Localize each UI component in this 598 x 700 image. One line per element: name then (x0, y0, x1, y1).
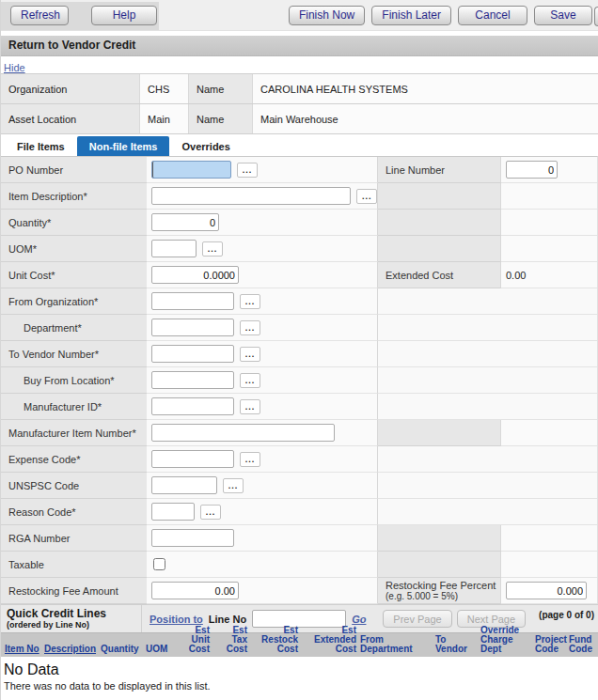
reason-code-lookup-icon[interactable]: ... (200, 505, 221, 520)
restocking-fee-amount-label: Restocking Fee Amount (1, 578, 147, 604)
po-number-input[interactable] (151, 161, 231, 179)
buy-from-location-input[interactable] (151, 371, 234, 389)
item-description-lookup-icon[interactable]: ... (356, 189, 377, 204)
reason-code-input[interactable] (151, 503, 195, 521)
finish-now-button[interactable]: Finish Now (289, 6, 365, 25)
expense-code-lookup-icon[interactable]: ... (240, 452, 260, 467)
asset-location-value: Main (140, 104, 189, 133)
extended-cost-value: 0.00 (501, 262, 597, 288)
tab-file-items[interactable]: File Items (5, 136, 77, 156)
quick-credit-lines-heading: Quick Credit Lines (7, 608, 141, 620)
column-header-quantity: Quantity (101, 645, 142, 654)
no-data-section: No Data There was no data to be displaye… (1, 657, 598, 692)
row-buy-from-location: Buy From Location* ... (1, 367, 597, 394)
restocking-fee-percent-hint: (e.g. 5.000 = 5%) (386, 591, 500, 601)
quantity-input[interactable] (151, 213, 219, 231)
empty-value-cell (501, 210, 597, 236)
toolbar: Refresh Help Finish Now Finish Later Can… (1, 0, 598, 31)
organization-name-value: CAROLINA HEALTH SYSTEMS (253, 74, 598, 103)
empty-cell (378, 315, 597, 341)
buy-from-location-lookup-icon[interactable]: ... (240, 373, 260, 388)
quick-credit-lines-title: Quick Credit Lines (ordered by Line No) (1, 605, 142, 632)
column-header-project-code: ProjectCode (535, 635, 565, 654)
row-po-number: PO Number ... Line Number (1, 157, 597, 183)
column-header-description[interactable]: Description (44, 645, 97, 654)
po-number-lookup-icon[interactable]: ... (237, 163, 258, 178)
uom-label: UOM* (1, 236, 147, 262)
department-lookup-icon[interactable]: ... (240, 320, 260, 335)
empty-cell (378, 473, 597, 499)
asset-location-name-value: Main Warehouse (253, 104, 598, 133)
hide-link[interactable]: Hide (4, 62, 25, 73)
empty-label-cell (378, 525, 501, 552)
column-header-est-restock-cost: EstRestock Cost (251, 626, 298, 654)
column-header-est-tax-cost: EstTax Cost (213, 626, 247, 654)
taxable-label: Taxable (1, 552, 147, 578)
toolbar-right-section: Finish Now Finish Later Cancel Save (289, 6, 598, 25)
row-expense-code: Expense Code* ... (1, 446, 597, 473)
to-vendor-number-label: To Vendor Number* (1, 341, 147, 367)
uom-input[interactable] (151, 240, 197, 257)
to-vendor-number-input[interactable] (151, 345, 234, 363)
finish-later-button[interactable]: Finish Later (371, 6, 451, 25)
asset-location-label: Asset Location (1, 104, 140, 133)
refresh-button[interactable]: Refresh (10, 6, 69, 25)
no-data-title: No Data (4, 661, 598, 678)
restocking-fee-amount-input[interactable] (151, 582, 239, 599)
cutoff-button-edge (594, 7, 598, 26)
line-number-input[interactable] (506, 161, 558, 179)
column-header-item-no[interactable]: Item No (5, 645, 40, 654)
return-to-vendor-credit-page: Refresh Help Finish Now Finish Later Can… (0, 0, 598, 700)
unspsc-code-lookup-icon[interactable]: ... (223, 478, 244, 493)
tab-non-file-items[interactable]: Non-file Items (77, 136, 170, 156)
from-organization-lookup-icon[interactable]: ... (240, 294, 260, 309)
unspsc-code-input[interactable] (151, 476, 217, 494)
taxable-checkbox[interactable] (153, 558, 165, 570)
no-data-message: There was no data to be displayed in thi… (4, 680, 598, 692)
manufacturer-item-number-input[interactable] (151, 424, 335, 442)
uom-lookup-icon[interactable]: ... (202, 241, 223, 257)
unit-cost-input[interactable] (151, 266, 239, 284)
item-description-label: Item Description* (1, 183, 147, 210)
empty-value-cell (501, 552, 597, 578)
manufacturer-id-lookup-icon[interactable]: ... (240, 399, 260, 414)
row-item-description: Item Description* ... (1, 183, 597, 210)
page-indicator: (page 0 of 0) (535, 610, 598, 628)
to-vendor-number-lookup-icon[interactable]: ... (240, 347, 260, 362)
empty-label-cell (378, 552, 501, 578)
row-taxable: Taxable (1, 552, 597, 578)
expense-code-input[interactable] (151, 450, 234, 468)
prev-page-button[interactable]: Prev Page (383, 610, 451, 628)
column-header-to-vendor: To Vendor (435, 635, 477, 654)
from-organization-input[interactable] (151, 292, 234, 310)
reason-code-label: Reason Code* (1, 499, 147, 525)
rga-number-label: RGA Number (1, 525, 147, 552)
go-link[interactable]: Go (352, 614, 366, 625)
manufacturer-id-input[interactable] (151, 397, 234, 415)
row-rga-number: RGA Number (1, 525, 597, 552)
restocking-fee-percent-label: Restocking Fee Percent (386, 580, 500, 591)
row-restocking-fee: Restocking Fee Amount Restocking Fee Per… (1, 578, 597, 604)
department-label: Department* (1, 315, 147, 341)
restocking-fee-percent-input[interactable] (506, 582, 587, 599)
manufacturer-item-number-label: Manufacturer Item Number* (1, 420, 147, 446)
item-description-input[interactable] (151, 187, 351, 205)
empty-label-cell (378, 420, 501, 446)
column-header-est-unit-cost: EstUnit Cost (172, 626, 210, 654)
cancel-button[interactable]: Cancel (458, 6, 527, 25)
column-header-est-extended-cost: EstExtended Cost (302, 626, 356, 654)
row-department: Department* ... (1, 315, 597, 341)
empty-label-cell (378, 183, 501, 210)
empty-cell (378, 288, 597, 315)
department-input[interactable] (151, 319, 234, 336)
tab-overrides[interactable]: Overrides (169, 136, 242, 156)
po-number-label: PO Number (1, 157, 147, 183)
position-to-link[interactable]: Position to (150, 614, 203, 625)
empty-cell (378, 446, 597, 473)
help-button[interactable]: Help (91, 6, 157, 25)
context-row-organization: Organization CHS Name CAROLINA HEALTH SY… (1, 74, 598, 104)
save-button[interactable]: Save (534, 6, 592, 25)
rga-number-input[interactable] (151, 529, 234, 547)
quick-credit-lines-subtitle: (ordered by Line No) (7, 620, 141, 630)
manufacturer-id-label: Manufacturer ID* (1, 394, 147, 420)
